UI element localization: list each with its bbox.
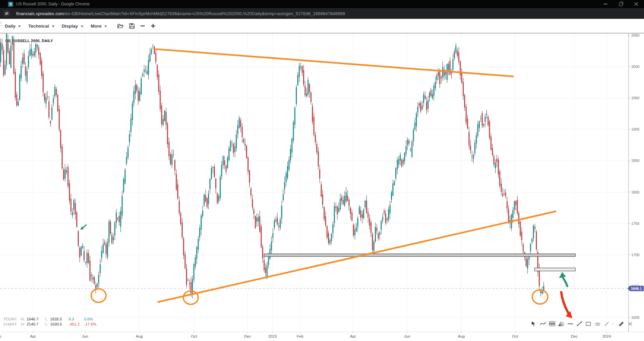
- candle-body: [50, 121, 51, 123]
- candle-body: [204, 195, 205, 205]
- descending-trendline[interactable]: [156, 49, 513, 76]
- horizontal-line-tool[interactable]: [567, 320, 574, 328]
- candle-body: [85, 262, 86, 263]
- candle-body: [186, 269, 187, 285]
- candle-body: [236, 134, 237, 148]
- candle-body: [412, 141, 413, 157]
- candle-body: [288, 160, 289, 170]
- candle-body: [116, 212, 117, 223]
- menu-display[interactable]: Display: [62, 24, 83, 29]
- diagonal-line-tool[interactable]: [603, 320, 610, 328]
- candle-body: [271, 242, 272, 250]
- candle-body: [273, 233, 274, 238]
- candle-body: [108, 221, 109, 243]
- candle-body: [15, 72, 16, 98]
- zoom-out-button[interactable]: [140, 23, 145, 29]
- candle-body: [303, 70, 304, 84]
- candle-body: [111, 235, 112, 243]
- candle-body: [144, 70, 145, 72]
- price-chart-canvas[interactable]: 2050200019501900185018001750170016501600…: [0, 33, 644, 341]
- window-titlebar: S US Russell 2000, Daily - Google Chrome: [0, 0, 644, 8]
- candle-body: [293, 122, 294, 141]
- today-change-pct: 0.6%: [84, 317, 101, 322]
- site-settings-button[interactable]: [3, 10, 10, 17]
- menu-daily[interactable]: Daily: [5, 24, 21, 29]
- candle-body: [41, 61, 42, 76]
- candle-body: [2, 44, 3, 50]
- table-tool[interactable]: [548, 320, 556, 328]
- candle-body: [220, 177, 221, 198]
- chart-toolbar: Daily Technical Display More: [0, 19, 644, 33]
- candle-body: [382, 217, 383, 220]
- green-up-arrow[interactable]: [563, 278, 567, 286]
- zoom-in-button[interactable]: [150, 23, 156, 29]
- address-url[interactable]: financials.spreadex.com/en-GB/Home/LiveC…: [16, 11, 345, 16]
- y-axis-label: 1850: [631, 159, 639, 163]
- small-green-arrow[interactable]: [83, 225, 86, 228]
- save-chart-button[interactable]: [129, 23, 135, 29]
- x-axis-label: 2024: [602, 334, 611, 338]
- menu-more[interactable]: More: [91, 24, 107, 29]
- candle-body: [177, 184, 178, 199]
- support-zone-rect-short[interactable]: [535, 268, 575, 271]
- menu-technical[interactable]: Technical: [28, 24, 54, 29]
- low-highlight-circle[interactable]: [91, 289, 106, 302]
- candle-body: [211, 168, 212, 179]
- green-up-arrow-head: [559, 272, 566, 278]
- candle-body: [198, 239, 199, 249]
- candle-body: [243, 139, 244, 143]
- candle-body: [432, 94, 433, 99]
- separator-icon: [612, 320, 615, 328]
- candle-body: [242, 127, 243, 137]
- candle-body: [493, 156, 494, 164]
- candle-body: [37, 45, 38, 47]
- candle-body: [390, 205, 391, 213]
- ruler-tool[interactable]: [617, 320, 624, 328]
- minimize-button[interactable]: [598, 0, 613, 8]
- candle-body: [463, 82, 464, 96]
- candle-body: [340, 199, 341, 209]
- y-axis-label: 1900: [631, 127, 639, 131]
- candle-body: [268, 257, 269, 265]
- candle-body: [225, 166, 226, 172]
- candle-body: [56, 89, 57, 95]
- candle-body: [249, 170, 250, 183]
- candle-body: [13, 41, 14, 73]
- restore-button[interactable]: [613, 0, 629, 8]
- candle-body: [408, 141, 409, 144]
- candle-body: [492, 148, 493, 155]
- toolbar-grip-icon[interactable]: [1, 22, 1, 26]
- candle-body: [467, 118, 468, 128]
- url-bar[interactable]: financials.spreadex.com/en-GB/Home/LiveC…: [0, 8, 644, 19]
- candle-body: [158, 74, 159, 92]
- candle-body: [438, 72, 439, 76]
- red-down-arrow[interactable]: [561, 292, 568, 313]
- candle-body: [261, 227, 262, 247]
- low-highlight-circle[interactable]: [532, 290, 548, 304]
- support-zone-rect[interactable]: [264, 254, 575, 257]
- candle-body: [395, 168, 396, 179]
- pointer-tool[interactable]: [530, 320, 537, 328]
- text-tool[interactable]: Abc: [594, 320, 601, 328]
- candle-body: [520, 221, 521, 236]
- candle-body: [324, 207, 325, 219]
- candle-body: [202, 211, 203, 216]
- candle-body: [375, 227, 376, 241]
- curve-tool[interactable]: [539, 320, 546, 328]
- candle-body: [171, 154, 172, 165]
- trend-line-tool[interactable]: [576, 320, 583, 328]
- close-button[interactable]: [629, 0, 644, 8]
- x-axis-label: Dec: [571, 334, 578, 338]
- fan-lines-tool[interactable]: [558, 320, 565, 328]
- open-chart-button[interactable]: [117, 23, 124, 29]
- candle-body: [24, 54, 25, 64]
- close-tool[interactable]: [627, 320, 634, 328]
- candle-body: [405, 146, 406, 154]
- candle-body: [322, 194, 323, 205]
- y-axis-label: 1800: [631, 190, 639, 194]
- rectangle-tool[interactable]: [585, 320, 592, 328]
- candle-body: [208, 193, 209, 204]
- candle-body: [278, 226, 279, 227]
- candle-body: [152, 46, 153, 46]
- spreadex-favicon: S: [8, 2, 13, 7]
